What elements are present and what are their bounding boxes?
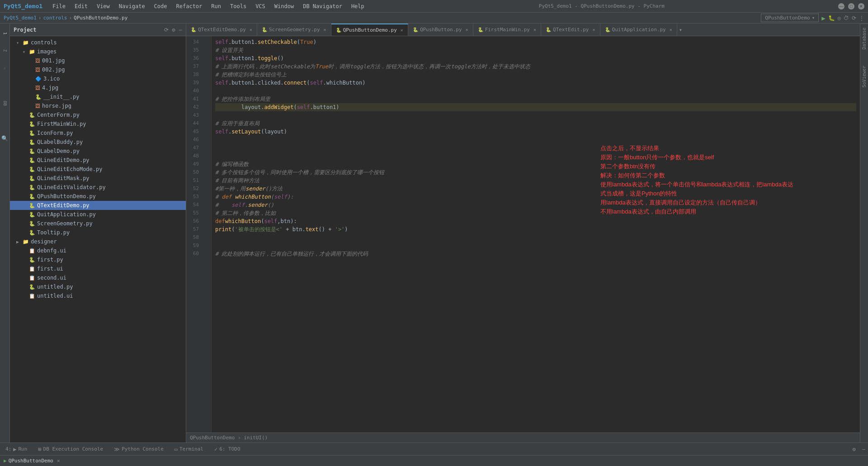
line-number: 47: [186, 144, 203, 152]
tree-item[interactable]: 🖼horse.jpg: [10, 101, 186, 110]
tree-item[interactable]: 🐍QLabelDemo.py: [10, 147, 186, 156]
bottom-panel-settings[interactable]: ⚙: [849, 446, 859, 452]
tab-close-button[interactable]: ✕: [670, 27, 672, 32]
tree-item[interactable]: 📋untitled.ui: [10, 291, 186, 300]
tree-item[interactable]: 📋debnfg.ui: [10, 246, 186, 255]
tree-item[interactable]: 🐍QLineEditMask.py: [10, 174, 186, 183]
menu-vcs[interactable]: VCS: [254, 2, 267, 10]
tab-close-button[interactable]: ✕: [401, 28, 403, 33]
gutter-cell: [203, 54, 211, 62]
menu-tools[interactable]: Tools: [228, 2, 248, 10]
debug-button[interactable]: 🐛: [828, 15, 835, 21]
gutter-cell: [203, 87, 211, 95]
tab-close-button[interactable]: ✕: [592, 27, 595, 32]
menu-edit[interactable]: Edit: [73, 2, 90, 10]
bottom-tab[interactable]: 4:▶Run: [0, 443, 33, 455]
services-tab[interactable]: SoViewer: [860, 62, 868, 91]
tab-close-button[interactable]: ✕: [466, 27, 468, 32]
line-number: 37: [186, 62, 203, 71]
tree-item[interactable]: ▾📁controls: [10, 38, 186, 47]
menu-navigate[interactable]: Navigate: [117, 2, 147, 10]
update-button[interactable]: ⟳: [852, 15, 856, 21]
menu-window[interactable]: Window: [273, 2, 296, 10]
tree-item[interactable]: ▾📁images: [10, 47, 186, 56]
collapse-icon[interactable]: —: [179, 27, 182, 33]
editor-tab[interactable]: 🐍FirstMainWin.py✕: [473, 24, 541, 36]
tree-item[interactable]: 🐍QLineEditEchoMode.py: [10, 165, 186, 174]
close-button[interactable]: ✕: [858, 3, 864, 10]
gutter-cell: [203, 62, 211, 71]
run-config-dropdown[interactable]: QPushButtonDemo ▾: [761, 14, 819, 22]
menu-help[interactable]: Help: [349, 2, 366, 10]
code-editor[interactable]: 3435363738394041424344454647484950515253…: [186, 36, 860, 433]
gear-icon[interactable]: ⚙: [172, 27, 175, 33]
tree-item[interactable]: 🔷3.ico: [10, 74, 186, 83]
menu-file[interactable]: File: [51, 2, 67, 10]
tab-close-button[interactable]: ✕: [533, 27, 536, 32]
bottom-tab[interactable]: ≫Python Console: [108, 443, 169, 455]
db-browser-icon[interactable]: DB: [0, 95, 9, 111]
tabs-overflow[interactable]: ▾: [677, 24, 684, 36]
tree-item[interactable]: 🐍ScreenGeometry.py: [10, 219, 186, 228]
search-everywhere-icon[interactable]: 🔍: [0, 130, 9, 147]
tab-close-button[interactable]: ✕: [250, 27, 252, 32]
breadcrumb-project[interactable]: PyQt5_demo1: [4, 15, 37, 21]
tree-item[interactable]: 🐍CenterForm.py: [10, 110, 186, 119]
menu-run[interactable]: Run: [209, 2, 223, 10]
db-browser-tab[interactable]: Database: [860, 24, 868, 53]
editor-tab[interactable]: 🐍QPushButton.py✕: [408, 24, 473, 36]
tree-item[interactable]: 🐍QLineEditValidator.py: [10, 183, 186, 192]
tree-item[interactable]: 🖼4.jpg: [10, 83, 186, 92]
editor-tab[interactable]: 🐍QTextEdit.py✕: [541, 24, 600, 36]
editor-tab[interactable]: 🐍QuitApplication.py✕: [600, 24, 677, 36]
more-actions[interactable]: ⋮: [859, 15, 864, 21]
tree-item[interactable]: 🐍QTextEditDemo.py: [10, 201, 186, 210]
tree-item[interactable]: 🐍QPushButtonDemo.py: [10, 192, 186, 201]
profile-button[interactable]: ⏱: [844, 15, 849, 21]
menu-view[interactable]: View: [95, 2, 112, 10]
run-button[interactable]: ▶: [821, 14, 825, 22]
window-controls: — □ ✕: [838, 3, 864, 10]
tree-item[interactable]: 🐍QuitApplication.py: [10, 210, 186, 219]
bottom-panel-close[interactable]: —: [859, 446, 868, 452]
breadcrumb-folder[interactable]: controls: [43, 15, 67, 21]
line-number: 35: [186, 46, 203, 54]
tree-item[interactable]: 🐍__init__.py: [10, 92, 186, 101]
tree-file-icon: 🖼: [35, 58, 40, 64]
favorites-icon[interactable]: ☆: [0, 60, 9, 76]
menu-db-navigator[interactable]: DB Navigator: [301, 2, 344, 10]
tab-close-button[interactable]: ✕: [324, 27, 326, 32]
tree-item[interactable]: 🐍FirstMainWin.py: [10, 119, 186, 128]
editor-tab[interactable]: 🐍ScreenGeometry.py✕: [257, 24, 331, 36]
run-coverage-button[interactable]: ◎: [838, 15, 841, 21]
code-line: def whichButton(self,btn):: [215, 217, 856, 225]
editor-tab[interactable]: 🐍QPushButtonDemo.py✕: [331, 24, 408, 36]
menu-refactor[interactable]: Refactor: [175, 2, 204, 10]
tree-item[interactable]: 📋first.ui: [10, 264, 186, 273]
maximize-button[interactable]: □: [848, 3, 854, 10]
tree-item[interactable]: 📋second.ui: [10, 273, 186, 282]
tree-item[interactable]: 🖼001.jpg: [10, 56, 186, 65]
run-tab-close[interactable]: ✕: [57, 458, 60, 464]
editor-tab[interactable]: 🐍QTextEditDemo.py✕: [186, 24, 257, 36]
minimize-button[interactable]: —: [838, 3, 844, 10]
tree-item[interactable]: 🐍untitled.py: [10, 282, 186, 291]
tabs-bar: 🐍QTextEditDemo.py✕🐍ScreenGeometry.py✕🐍QP…: [186, 24, 860, 36]
tree-item[interactable]: 🐍first.py: [10, 255, 186, 264]
structure-icon[interactable]: Z: [0, 43, 9, 59]
menu-code[interactable]: Code: [152, 2, 169, 10]
tree-item[interactable]: 🐍QLabelBuddy.py: [10, 138, 186, 147]
bottom-tab[interactable]: ⊞DB Execution Console: [33, 443, 108, 455]
tree-item[interactable]: 🐍QLineEditDemo.py: [10, 156, 186, 165]
sync-icon[interactable]: ⟳: [164, 27, 169, 33]
tree-file-icon: 📋: [29, 275, 35, 281]
project-icon[interactable]: 1: [0, 25, 9, 42]
tree-item[interactable]: 🐍IconForm.py: [10, 128, 186, 138]
tree-item[interactable]: 🐍Tooltip.py: [10, 228, 186, 237]
bottom-tab[interactable]: ▭Terminal: [169, 443, 209, 455]
bottom-tab[interactable]: ✓6: TODO: [209, 443, 246, 455]
tree-item[interactable]: ▶📁designer: [10, 237, 186, 246]
tree-file-icon: 🐍: [29, 257, 35, 263]
code-content[interactable]: self.button1.setCheckable(True) # 设置开关 s…: [212, 36, 860, 433]
tree-item[interactable]: 🖼002.jpg: [10, 65, 186, 74]
